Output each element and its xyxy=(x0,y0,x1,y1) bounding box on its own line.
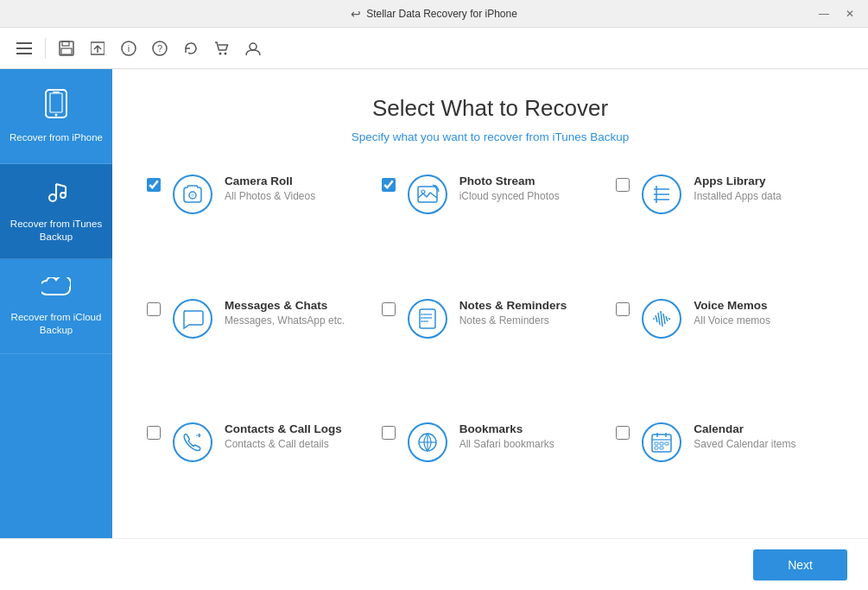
account-icon[interactable] xyxy=(239,35,267,62)
checkbox-apps-library[interactable] xyxy=(616,178,630,192)
back-arrow-icon: ↩ xyxy=(351,7,361,21)
svg-rect-54 xyxy=(665,442,668,445)
sidebar-item-recover-itunes[interactable]: Recover from iTunes Backup xyxy=(0,164,112,259)
sidebar-label-icloud: Recover from iCloud Backup xyxy=(7,311,105,337)
option-desc-photo-stream: iCloud synced Photos xyxy=(459,190,599,202)
option-name-apps-library: Apps Library xyxy=(694,174,833,187)
svg-point-37 xyxy=(421,320,422,322)
bottom-bar: Next xyxy=(0,538,868,590)
refresh-icon[interactable] xyxy=(177,35,205,62)
checkbox-messages-chats[interactable] xyxy=(147,302,161,316)
minimize-button[interactable]: — xyxy=(813,5,835,22)
sidebar-item-recover-icloud[interactable]: Recover from iCloud Backup xyxy=(0,259,112,354)
option-desc-messages: Messages, WhatsApp etc. xyxy=(225,314,364,327)
svg-line-21 xyxy=(56,184,66,187)
svg-rect-56 xyxy=(660,447,663,449)
svg-rect-14 xyxy=(46,90,67,117)
option-photo-stream: Photo Stream iCloud synced Photos xyxy=(382,174,599,273)
close-button[interactable]: ✕ xyxy=(839,5,861,22)
iphone-icon xyxy=(44,89,68,124)
option-name-voice-memos: Voice Memos xyxy=(694,299,833,312)
svg-point-12 xyxy=(225,52,227,54)
export-icon[interactable] xyxy=(84,35,111,62)
window-controls: — ✕ xyxy=(813,5,861,22)
svg-rect-53 xyxy=(660,442,663,445)
sidebar: Recover from iPhone Recover from iTunes … xyxy=(0,69,112,538)
svg-point-18 xyxy=(49,194,56,201)
sidebar-item-recover-iphone[interactable]: Recover from iPhone xyxy=(0,69,112,164)
svg-line-42 xyxy=(663,314,665,324)
contacts-call-icon xyxy=(173,422,212,462)
option-camera-roll: Camera Roll All Photos & Videos xyxy=(147,174,364,273)
svg-point-13 xyxy=(250,43,257,50)
svg-point-16 xyxy=(55,113,58,116)
option-name-photo-stream: Photo Stream xyxy=(459,174,599,187)
itunes-icon xyxy=(43,179,69,211)
svg-point-36 xyxy=(421,317,422,319)
option-desc-camera-roll: All Photos & Videos xyxy=(225,190,364,202)
option-name-contacts: Contacts & Call Logs xyxy=(225,422,364,435)
option-calendar: Calendar Saved Calendar items xyxy=(616,422,833,521)
checkbox-contacts-call[interactable] xyxy=(147,426,161,440)
checkbox-photo-stream[interactable] xyxy=(382,178,396,192)
option-name-calendar: Calendar xyxy=(694,422,833,435)
title-bar: ↩ Stellar Data Recovery for iPhone — ✕ xyxy=(0,0,868,28)
option-desc-bookmarks: All Safari bookmarks xyxy=(459,438,599,450)
toolbar: i ? xyxy=(0,28,868,69)
info-icon[interactable]: i xyxy=(115,35,143,62)
option-desc-apps-library: Installed Apps data xyxy=(694,190,833,202)
svg-rect-1 xyxy=(16,48,32,49)
photo-stream-icon xyxy=(408,174,447,214)
title-bar-title: ↩ Stellar Data Recovery for iPhone xyxy=(351,7,517,21)
svg-point-24 xyxy=(191,193,194,197)
option-messages-chats: Messages & Chats Messages, WhatsApp etc. xyxy=(147,299,364,397)
sidebar-label-itunes: Recover from iTunes Backup xyxy=(7,218,105,244)
svg-line-43 xyxy=(666,316,668,321)
checkbox-voice-memos[interactable] xyxy=(616,302,630,316)
svg-point-35 xyxy=(421,314,422,315)
svg-text:?: ? xyxy=(157,43,162,54)
svg-rect-17 xyxy=(53,92,60,93)
calendar-icon xyxy=(642,422,681,462)
svg-rect-2 xyxy=(16,53,32,54)
main-container: Recover from iPhone Recover from iTunes … xyxy=(0,69,868,538)
option-name-bookmarks: Bookmarks xyxy=(459,422,599,435)
svg-rect-15 xyxy=(50,93,62,112)
voice-memos-icon xyxy=(642,299,681,339)
svg-rect-5 xyxy=(61,48,72,54)
checkbox-camera-roll[interactable] xyxy=(147,178,161,192)
camera-roll-icon xyxy=(173,174,212,214)
help-icon[interactable]: ? xyxy=(146,35,174,62)
svg-text:i: i xyxy=(128,43,130,54)
svg-line-44 xyxy=(668,318,670,320)
checkbox-bookmarks[interactable] xyxy=(382,426,396,440)
svg-point-11 xyxy=(219,52,222,54)
save-icon[interactable] xyxy=(53,35,80,62)
option-desc-voice-memos: All Voice memos xyxy=(694,314,833,327)
menu-icon[interactable] xyxy=(10,35,38,62)
checkbox-notes-reminders[interactable] xyxy=(382,302,396,316)
messages-chats-icon xyxy=(173,299,212,339)
svg-line-40 xyxy=(658,313,660,325)
page-title: Select What to Recover xyxy=(147,95,833,122)
option-name-notes: Notes & Reminders xyxy=(459,299,599,312)
svg-rect-25 xyxy=(418,187,437,202)
svg-line-39 xyxy=(656,315,657,322)
svg-rect-31 xyxy=(420,309,435,328)
option-name-camera-roll: Camera Roll xyxy=(225,174,364,187)
option-desc-calendar: Saved Calendar items xyxy=(694,438,833,450)
options-grid: Camera Roll All Photos & Videos xyxy=(147,174,833,521)
sidebar-label-iphone: Recover from iPhone xyxy=(10,131,103,144)
option-bookmarks: Bookmarks All Safari bookmarks xyxy=(382,422,599,521)
cart-icon[interactable] xyxy=(208,35,236,62)
apps-library-icon xyxy=(642,174,681,214)
checkbox-calendar[interactable] xyxy=(616,426,630,440)
next-button[interactable]: Next xyxy=(753,549,847,580)
option-desc-notes: Notes & Reminders xyxy=(459,314,599,327)
content-area: Select What to Recover Specify what you … xyxy=(112,69,868,538)
option-contacts-call: Contacts & Call Logs Contacts & Call det… xyxy=(147,422,364,521)
svg-rect-52 xyxy=(655,442,658,445)
svg-rect-55 xyxy=(655,447,658,449)
toolbar-divider-1 xyxy=(45,38,46,59)
option-name-messages: Messages & Chats xyxy=(225,299,364,312)
